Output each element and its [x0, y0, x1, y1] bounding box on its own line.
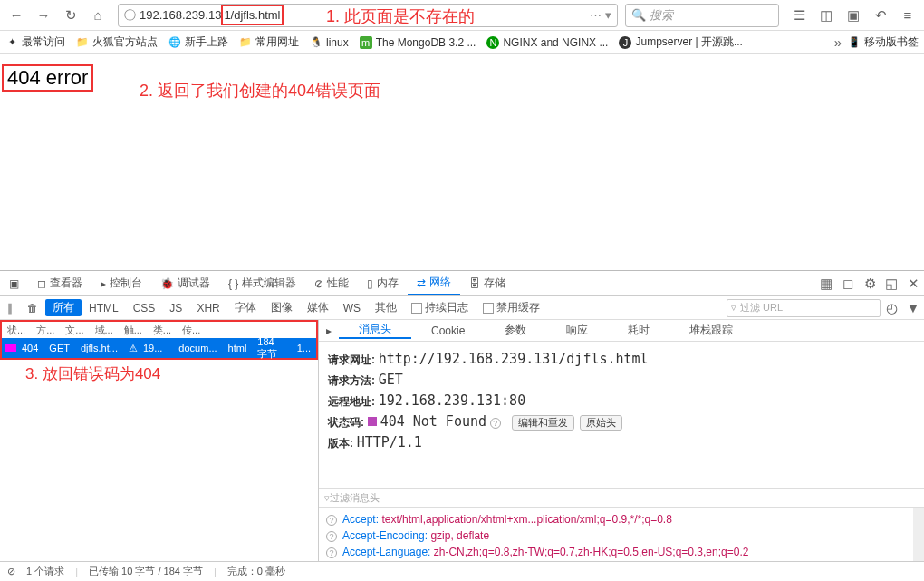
detail-tab-stack[interactable]: 堆栈跟踪 [669, 323, 753, 338]
library-icon[interactable]: ☰ [786, 3, 812, 28]
sidebar-icon[interactable]: ◫ [813, 3, 839, 28]
cell-cause: docum... [173, 343, 222, 353]
bookmark-mongodb[interactable]: mThe MongoDB 3.2 ... [360, 36, 476, 49]
search-bar[interactable]: 🔍 搜索 [625, 4, 779, 27]
detail-tab-headers[interactable]: 消息头 [339, 322, 411, 339]
filter-css[interactable]: CSS [126, 302, 163, 315]
annotation-1: 1. 此页面是不存在的 [326, 5, 475, 27]
tab-console[interactable]: ▸ 控制台 [91, 271, 151, 295]
bookmark-mobile[interactable]: 📱移动版书签 [848, 34, 919, 50]
detail-tab-timing[interactable]: 耗时 [608, 323, 669, 338]
search-placeholder: 搜索 [650, 7, 673, 24]
devtools-popup-icon[interactable]: ◱ [881, 273, 902, 295]
bookmark-nginx[interactable]: NNGINX and NGINX ... [486, 36, 608, 49]
pause-icon[interactable]: ∥ [0, 302, 20, 315]
http-version: 版本: HTTP/1.1 [328, 434, 915, 451]
url-highlighted: 1/djfls.html [221, 5, 283, 25]
cell-domain: ⚠ 19... [123, 343, 173, 354]
dropdown-icon[interactable]: ⋯ ▾ [590, 8, 611, 22]
bookmarks-bar: ✦最常访问 📁火狐官方站点 🌐新手上路 📁常用网址 🐧linux mThe Mo… [0, 31, 924, 54]
detail-body: 请求网址: http://192.168.239.131/djfls.html … [319, 342, 924, 488]
reload-button[interactable]: ↻ [58, 3, 83, 28]
home-button[interactable]: ⌂ [85, 3, 111, 28]
bookmark-most-visited[interactable]: ✦最常访问 [5, 34, 65, 50]
network-detail: ▸ 消息头 Cookie 参数 响应 耗时 堆栈跟踪 请求网址: http://… [319, 320, 924, 580]
status-transferred: 已传输 10 字节 / 184 字节 [89, 565, 203, 578]
filter-font[interactable]: 字体 [227, 300, 264, 315]
tab-network[interactable]: ⇄ 网络 [408, 271, 460, 295]
filter-xhr[interactable]: XHR [189, 302, 226, 315]
detail-tabs: ▸ 消息头 Cookie 参数 响应 耗时 堆栈跟踪 [319, 320, 924, 342]
tab-debugger[interactable]: 🐞 调试器 [151, 271, 219, 295]
status-requests: 1 个请求 [26, 565, 64, 578]
cell-method: GET [43, 343, 75, 353]
overflow-icon[interactable]: » [828, 34, 848, 52]
info-icon: ⓘ [124, 7, 136, 24]
bookmark-linux[interactable]: 🐧linux [310, 36, 349, 49]
disable-cache[interactable]: 禁用缓存 [476, 300, 547, 315]
bookmark-firefox[interactable]: 📁火狐官方站点 [76, 34, 158, 50]
help-icon[interactable]: ? [490, 418, 501, 429]
persist-log[interactable]: 持续日志 [404, 300, 476, 315]
pocket-icon[interactable]: ↶ [868, 3, 893, 28]
detail-tab-params[interactable]: 参数 [485, 323, 546, 338]
devtools-tabs: ▣ ◻ 查看器 ▸ 控制台 🐞 调试器 { } 样式编辑器 ⊘ 性能 ▯ 内存 … [0, 271, 924, 296]
screenshot-icon[interactable]: ▣ [841, 3, 866, 28]
tab-memory[interactable]: ▯ 内存 [358, 271, 408, 295]
devtools-inspector-icon[interactable]: ▣ [0, 271, 28, 295]
filter-html[interactable]: HTML [82, 302, 126, 315]
filter-ws[interactable]: WS [336, 302, 368, 315]
devtools-settings-icon[interactable]: ⚙ [859, 273, 881, 295]
col-domain[interactable]: 域... [90, 324, 119, 337]
filter-image[interactable]: 图像 [264, 300, 300, 315]
network-list: 状... 方... 文... 域... 触... 类... 传... 404 G… [0, 320, 319, 580]
folder-icon: 📁 [76, 36, 89, 49]
col-file[interactable]: 文... [60, 324, 89, 337]
devtools-frame-icon[interactable]: ▦ [815, 273, 837, 295]
filter-all[interactable]: 所有 [45, 299, 82, 316]
har-icon[interactable]: ▼ [902, 295, 924, 321]
col-type[interactable]: 类... [148, 324, 177, 337]
cell-type: html [223, 343, 253, 353]
folder-icon: 📁 [239, 36, 252, 49]
tab-style-editor[interactable]: { } 样式编辑器 [219, 271, 305, 295]
request-method: 请求方法: GET [328, 372, 915, 389]
menu-icon[interactable]: ≡ [895, 3, 920, 28]
col-method[interactable]: 方... [31, 324, 60, 337]
bookmark-jumpserver[interactable]: JJumpserver | 开源跳... [619, 34, 742, 50]
header-accept: ?Accept: text/html,application/xhtml+xm.… [326, 511, 906, 528]
clear-icon[interactable]: 🗑 [20, 302, 45, 315]
tab-storage[interactable]: 🗄 存储 [460, 271, 515, 295]
cell-file: djfls.ht... [75, 343, 123, 353]
devtools-close-icon[interactable]: ✕ [902, 273, 924, 295]
filter-js[interactable]: JS [162, 302, 189, 315]
back-button[interactable]: ← [4, 3, 29, 28]
bookmark-getting-started[interactable]: 🌐新手上路 [168, 34, 228, 50]
raw-headers-button[interactable]: 原始头 [580, 415, 622, 431]
filter-headers-input[interactable]: ▿ 过滤消息头 [319, 488, 924, 508]
filter-media[interactable]: 媒体 [300, 300, 336, 315]
filter-other[interactable]: 其他 [368, 300, 404, 315]
cell-time: 1... [292, 343, 316, 353]
col-cause[interactable]: 触... [119, 324, 148, 337]
forward-button[interactable]: → [31, 3, 56, 28]
cell-status: 404 [16, 343, 43, 353]
detail-tab-cookie[interactable]: Cookie [411, 324, 485, 337]
devtools-dock-icon[interactable]: ◻ [837, 273, 859, 295]
edit-resend-button[interactable]: 编辑和重发 [512, 415, 574, 431]
mongo-icon: m [360, 36, 372, 49]
bookmark-common-urls[interactable]: 📁常用网址 [239, 34, 299, 50]
annotation-2: 2. 返回了我们创建的404错误页面 [140, 80, 380, 102]
network-row[interactable]: 404 GET djfls.ht... ⚠ 19... docum... htm… [2, 338, 316, 358]
detail-back-icon[interactable]: ▸ [319, 324, 339, 337]
tab-inspector[interactable]: ◻ 查看器 [28, 271, 91, 295]
col-status[interactable]: 状... [2, 324, 31, 337]
status-stop-icon[interactable]: ⊘ [7, 566, 15, 577]
detail-tab-response[interactable]: 响应 [546, 323, 608, 338]
filter-url-input[interactable]: ▿ 过滤 URL [727, 299, 881, 317]
tab-performance[interactable]: ⊘ 性能 [305, 271, 358, 295]
throttle-icon[interactable]: ◴ [881, 295, 902, 321]
col-size[interactable]: 传... [177, 324, 206, 337]
browser-toolbar: ← → ↻ ⌂ ⓘ 192.168.239.131/djfls.html ⋯ ▾… [0, 0, 924, 31]
error-text: 404 error [4, 66, 91, 90]
